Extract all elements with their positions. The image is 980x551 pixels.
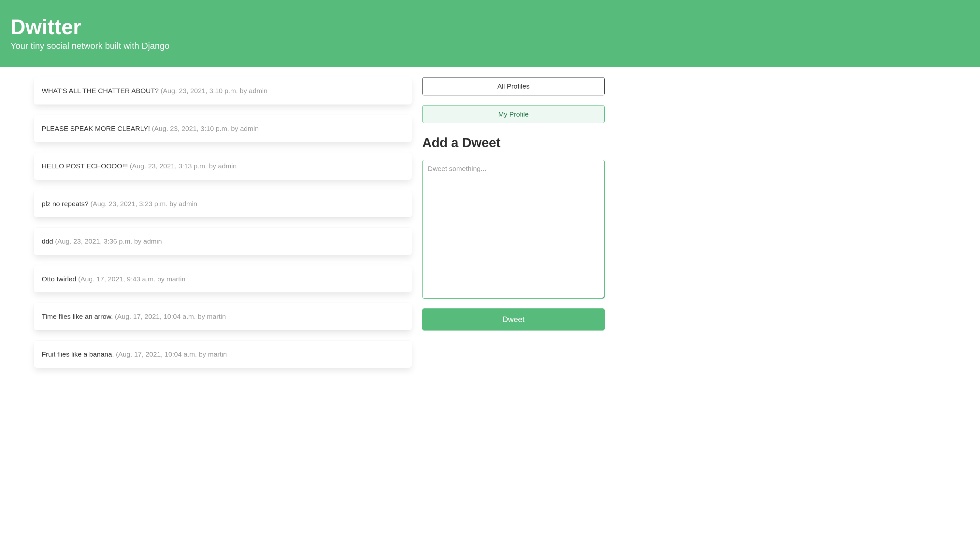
dweet-meta: (Aug. 23, 2021, 3:36 p.m. by admin [55, 237, 162, 245]
dweet-meta: (Aug. 17, 2021, 10:04 a.m. by martin [116, 350, 227, 358]
dweet-text: ddd [42, 237, 53, 245]
dweet-card: HELLO POST ECHOOOO!!! (Aug. 23, 2021, 3:… [34, 152, 412, 180]
dweet-meta: (Aug. 17, 2021, 10:04 a.m. by martin [115, 313, 226, 320]
dweet-card: plz no repeats? (Aug. 23, 2021, 3:23 p.m… [34, 190, 412, 218]
my-profile-button[interactable]: My Profile [422, 105, 605, 123]
dweet-card: ddd (Aug. 23, 2021, 3:36 p.m. by admin [34, 228, 412, 255]
dweet-meta: (Aug. 23, 2021, 3:10 p.m. by admin [152, 125, 259, 132]
sidebar-column: All Profiles My Profile Add a Dweet Dwee… [422, 77, 605, 368]
dweet-text: PLEASE SPEAK MORE CLEARLY! [42, 125, 150, 132]
add-dweet-heading: Add a Dweet [422, 135, 605, 150]
dweet-text: HELLO POST ECHOOOO!!! [42, 162, 128, 170]
dweet-meta: (Aug. 17, 2021, 9:43 a.m. by martin [78, 275, 185, 283]
main-container: WHAT'S ALL THE CHATTER ABOUT? (Aug. 23, … [0, 67, 625, 378]
dweet-textarea[interactable] [422, 160, 605, 299]
dweet-card: Fruit flies like a banana. (Aug. 17, 202… [34, 341, 412, 368]
dweet-text: Otto twirled [42, 275, 76, 283]
dweet-card: PLEASE SPEAK MORE CLEARLY! (Aug. 23, 202… [34, 115, 412, 142]
dweet-card: Time flies like an arrow. (Aug. 17, 2021… [34, 303, 412, 330]
dweet-text: WHAT'S ALL THE CHATTER ABOUT? [42, 87, 159, 94]
dweet-card: Otto twirled (Aug. 17, 2021, 9:43 a.m. b… [34, 265, 412, 293]
dweet-meta: (Aug. 23, 2021, 3:13 p.m. by admin [130, 162, 237, 170]
dweet-meta: (Aug. 23, 2021, 3:23 p.m. by admin [90, 200, 197, 208]
site-title: Dwitter [10, 16, 970, 38]
hero-header: Dwitter Your tiny social network built w… [0, 0, 980, 67]
dweet-submit-button[interactable]: Dweet [422, 308, 605, 330]
dweet-text: Fruit flies like a banana. [42, 350, 114, 358]
dweet-text: Time flies like an arrow. [42, 313, 113, 320]
dweet-card: WHAT'S ALL THE CHATTER ABOUT? (Aug. 23, … [34, 77, 412, 105]
all-profiles-button[interactable]: All Profiles [422, 77, 605, 95]
dweets-column: WHAT'S ALL THE CHATTER ABOUT? (Aug. 23, … [34, 77, 412, 368]
dweet-meta: (Aug. 23, 2021, 3:10 p.m. by admin [161, 87, 267, 94]
dweet-text: plz no repeats? [42, 200, 89, 208]
site-subtitle: Your tiny social network built with Djan… [10, 41, 970, 51]
